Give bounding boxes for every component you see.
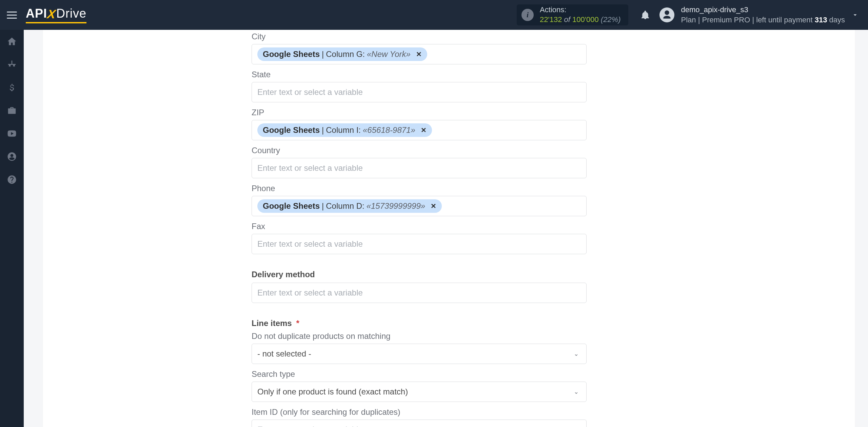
logo-underline [26, 22, 86, 23]
bell-icon [640, 10, 650, 20]
user-circle-icon [7, 151, 17, 162]
label-delivery: Delivery method [252, 270, 587, 279]
youtube-icon [7, 128, 17, 139]
select-dup-value: - not selected - [257, 349, 311, 359]
user-menu[interactable]: demo_apix-drive_s3 Plan | Premium PRO | … [659, 5, 845, 25]
select-search-value: Only if one product is found (exact matc… [257, 387, 408, 396]
chevron-down-icon [851, 11, 859, 19]
label-search: Search type [252, 369, 587, 379]
chip-phone-value: «15739999999» [367, 201, 426, 211]
label-city: City [252, 32, 587, 41]
chip-city-source: Google Sheets [263, 49, 320, 59]
input-phone[interactable]: Google Sheets | Column D: «15739999999» … [252, 196, 587, 216]
question-icon [7, 175, 17, 185]
placeholder-state: Enter text or select a variable [257, 87, 363, 97]
chip-zip-source: Google Sheets [263, 125, 320, 135]
plan-days: 313 [815, 16, 827, 24]
sidebar-item-connections[interactable] [0, 53, 24, 76]
field-dup: Do not duplicate products on matching - … [252, 331, 587, 364]
chevron-down-icon: ⌄ [574, 388, 579, 395]
chip-phone-remove[interactable]: ✕ [431, 202, 436, 210]
sidebar-item-help[interactable] [0, 168, 24, 191]
field-search: Search type Only if one product is found… [252, 369, 587, 402]
input-itemid[interactable]: Enter text or select a variable [252, 420, 587, 427]
dollar-icon [7, 82, 17, 93]
input-fax[interactable]: Enter text or select a variable [252, 234, 587, 254]
chip-sep: | [322, 201, 324, 211]
sidebar-item-affiliate[interactable] [0, 99, 24, 122]
chip-phone-source: Google Sheets [263, 201, 320, 211]
field-delivery: Delivery method Enter text or select a v… [252, 270, 587, 303]
actions-counter[interactable]: i Actions: 22'132 of 100'000 (22%) [517, 4, 628, 25]
chip-zip-remove[interactable]: ✕ [421, 126, 427, 134]
chip-city-value: «New York» [367, 49, 411, 59]
placeholder-delivery: Enter text or select a variable [257, 288, 363, 298]
notifications-button[interactable] [638, 7, 653, 22]
placeholder-country: Enter text or select a variable [257, 163, 363, 173]
app-header: APIXDrive i Actions: 22'132 of 100'000 (… [0, 0, 868, 30]
required-asterisk: * [296, 319, 299, 328]
placeholder-fax: Enter text or select a variable [257, 239, 363, 249]
plan-left-prefix: | left until payment [752, 16, 814, 24]
actions-text: Actions: 22'132 of 100'000 (22%) [540, 5, 620, 24]
field-zip: ZIP Google Sheets | Column I: «65618-987… [252, 108, 587, 140]
sitemap-icon [7, 59, 17, 69]
logo-api: API [26, 6, 47, 21]
content-panel: City Google Sheets | Column G: «New York… [43, 30, 855, 427]
select-search[interactable]: Only if one product is found (exact matc… [252, 382, 587, 402]
input-delivery[interactable]: Enter text or select a variable [252, 283, 587, 303]
info-icon: i [521, 9, 534, 21]
field-fax: Fax Enter text or select a variable [252, 222, 587, 254]
field-itemid: Item ID (only for searching for duplicat… [252, 407, 587, 427]
input-country[interactable]: Enter text or select a variable [252, 158, 587, 178]
input-state[interactable]: Enter text or select a variable [252, 82, 587, 102]
input-zip[interactable]: Google Sheets | Column I: «65618-9871» ✕ [252, 120, 587, 140]
label-itemid: Item ID (only for searching for duplicat… [252, 407, 587, 417]
chip-phone-column: Column D: [326, 201, 364, 211]
avatar [659, 7, 674, 22]
menu-toggle[interactable] [0, 0, 24, 30]
label-fax: Fax [252, 222, 587, 231]
actions-used: 22'132 [540, 15, 562, 24]
field-country: Country Enter text or select a variable [252, 146, 587, 178]
logo-x: X [46, 7, 57, 21]
chip-city-column: Column G: [326, 49, 365, 59]
actions-of: of [562, 15, 573, 24]
chip-city: Google Sheets | Column G: «New York» ✕ [257, 47, 427, 61]
heading-line-items-text: Line items [252, 319, 292, 328]
chip-phone: Google Sheets | Column D: «15739999999» … [257, 199, 442, 213]
hamburger-icon [7, 15, 17, 16]
sidebar-item-billing[interactable] [0, 76, 24, 99]
brand-logo[interactable]: APIXDrive [26, 6, 86, 23]
chevron-down-icon: ⌄ [574, 350, 579, 358]
plan-name: Premium PRO [702, 16, 750, 24]
chip-zip-value: «65618-9871» [363, 125, 415, 135]
user-icon [662, 9, 672, 20]
actions-limit: 100'000 [572, 15, 599, 24]
field-state: State Enter text or select a variable [252, 70, 587, 102]
home-icon [7, 36, 17, 46]
sidebar-item-account[interactable] [0, 145, 24, 168]
field-city: City Google Sheets | Column G: «New York… [252, 32, 587, 64]
actions-percent: (22%) [601, 15, 621, 24]
form-area: City Google Sheets | Column G: «New York… [252, 30, 587, 427]
sidebar [0, 30, 24, 427]
chip-sep: | [322, 49, 324, 59]
label-country: Country [252, 146, 587, 155]
user-info: demo_apix-drive_s3 Plan | Premium PRO | … [681, 5, 845, 25]
label-state: State [252, 70, 587, 79]
label-zip: ZIP [252, 108, 587, 117]
select-dup[interactable]: - not selected - ⌄ [252, 344, 587, 364]
sidebar-item-home[interactable] [0, 30, 24, 53]
label-dup: Do not duplicate products on matching [252, 331, 587, 341]
sidebar-item-youtube[interactable] [0, 122, 24, 145]
plan-prefix: Plan | [681, 16, 700, 24]
label-phone: Phone [252, 184, 587, 193]
heading-line-items: Line items * [252, 319, 587, 328]
input-city[interactable]: Google Sheets | Column G: «New York» ✕ [252, 44, 587, 64]
field-phone: Phone Google Sheets | Column D: «1573999… [252, 184, 587, 216]
user-menu-caret[interactable] [845, 0, 865, 30]
actions-label: Actions: [540, 5, 620, 15]
chip-city-remove[interactable]: ✕ [416, 50, 422, 58]
chip-zip-column: Column I: [326, 125, 361, 135]
